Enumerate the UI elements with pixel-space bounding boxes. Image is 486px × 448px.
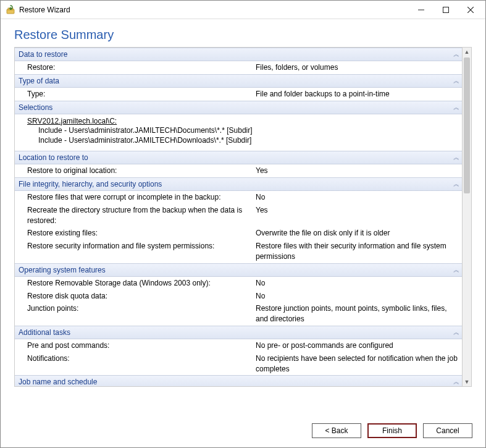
section-header-additional[interactable]: Additional tasks ︽ <box>15 326 462 339</box>
cancel-button[interactable]: Cancel <box>423 423 472 438</box>
section-title: Data to restore <box>19 50 67 59</box>
row-value: No pre- or post-commands are configured <box>256 340 458 351</box>
section-title: Selections <box>19 103 52 112</box>
summary-row: Notifications: No recipients have been s… <box>15 352 462 376</box>
row-value: Overwrite the file on disk only if it is… <box>256 228 458 239</box>
row-label: Restore disk quota data: <box>27 291 256 302</box>
section-header-job[interactable]: Job name and schedule ︽ <box>15 375 462 387</box>
back-button[interactable]: < Back <box>312 423 361 438</box>
scroll-down-arrow[interactable]: ▼ <box>463 378 471 386</box>
summary-row: Restore files that were corrupt or incom… <box>15 191 462 204</box>
summary-content: Data to restore ︽ Restore: Files, folder… <box>14 47 462 387</box>
section-header-location[interactable]: Location to restore to ︽ <box>15 151 462 164</box>
summary-row: Restore security information and file sy… <box>15 240 462 263</box>
wizard-button-row: < Back Finish Cancel <box>312 423 472 438</box>
row-label: Restore: <box>27 62 256 73</box>
row-value: Files, folders, or volumes <box>256 62 458 73</box>
collapse-icon: ︽ <box>453 103 457 112</box>
collapse-icon: ︽ <box>453 50 457 59</box>
collapse-icon: ︽ <box>453 378 457 386</box>
summary-row: Pre and post commands: No pre- or post-c… <box>15 339 462 352</box>
summary-row: Recreate the directory structure from th… <box>15 204 462 227</box>
row-label: Notifications: <box>27 353 256 374</box>
row-label: Restore Removable Storage data (Windows … <box>27 278 256 289</box>
section-header-selections[interactable]: Selections ︽ <box>15 101 462 114</box>
row-label: Type: <box>27 89 256 99</box>
window-title: Restore Wizard <box>19 6 409 14</box>
row-value: No <box>256 278 458 289</box>
scroll-thumb[interactable] <box>464 57 470 193</box>
row-value: No <box>256 192 458 203</box>
summary-row: Restore disk quota data: No <box>15 290 462 303</box>
section-title: File integrity, hierarchy, and security … <box>19 180 162 188</box>
row-label: Restore security information and file sy… <box>27 241 256 262</box>
collapse-icon: ︽ <box>453 328 457 337</box>
row-label: Pre and post commands: <box>27 340 256 351</box>
section-title: Operating system features <box>19 266 106 274</box>
selection-host: SRV2012.jamiltech.local\C: <box>27 117 458 125</box>
row-label: Restore files that were corrupt or incom… <box>27 192 256 203</box>
svg-rect-3 <box>443 7 449 12</box>
section-title: Type of data <box>19 77 59 85</box>
row-value: Restore junction points, mount points, s… <box>256 303 458 324</box>
section-title: Additional tasks <box>19 328 70 337</box>
minimize-button[interactable] <box>409 1 434 19</box>
app-icon <box>6 5 15 15</box>
vertical-scrollbar[interactable]: ▲ ▼ <box>462 47 472 387</box>
row-label: Recreate the directory structure from th… <box>27 205 256 226</box>
finish-button[interactable]: Finish <box>367 423 417 438</box>
scroll-up-arrow[interactable]: ▲ <box>463 48 471 56</box>
close-button[interactable] <box>458 1 483 19</box>
summary-row: Junction points: Restore junction points… <box>15 302 462 326</box>
row-value: Restore files with their security inform… <box>256 241 458 262</box>
summary-row: Restore existing files: Overwrite the fi… <box>15 227 462 240</box>
window-controls <box>409 1 483 19</box>
summary-row: Restore to original location: Yes <box>15 164 462 177</box>
title-bar: Restore Wizard <box>1 1 485 19</box>
row-value: No <box>256 291 458 302</box>
row-label: Restore existing files: <box>27 228 256 239</box>
row-label: Junction points: <box>27 303 256 324</box>
selections-block: SRV2012.jamiltech.local\C: Include - Use… <box>15 114 462 151</box>
summary-row: Restore Removable Storage data (Windows … <box>15 277 462 290</box>
summary-row: Type: File and folder backups to a point… <box>15 88 462 101</box>
row-value: File and folder backups to a point-in-ti… <box>256 89 458 99</box>
row-value: Yes <box>256 205 458 226</box>
section-header-os-features[interactable]: Operating system features ︽ <box>15 263 462 277</box>
section-header-type-of-data[interactable]: Type of data ︽ <box>15 74 462 88</box>
selection-include-line: Include - Users\administrator.JAMILTECH\… <box>27 135 458 146</box>
collapse-icon: ︽ <box>453 77 457 85</box>
selection-include-line: Include - Users\administrator.JAMILTECH\… <box>27 125 458 136</box>
section-header-data-to-restore[interactable]: Data to restore ︽ <box>15 48 462 61</box>
row-value: Yes <box>256 166 458 176</box>
summary-row: Restore: Files, folders, or volumes <box>15 61 462 74</box>
section-title: Location to restore to <box>19 153 88 162</box>
section-title: Job name and schedule <box>19 378 97 386</box>
page-title: Restore Summary <box>1 19 485 47</box>
row-value: No recipients have been selected for not… <box>256 353 458 374</box>
row-label: Restore to original location: <box>27 166 256 176</box>
collapse-icon: ︽ <box>453 153 457 162</box>
section-header-integrity[interactable]: File integrity, hierarchy, and security … <box>15 177 462 191</box>
maximize-button[interactable] <box>434 1 458 19</box>
collapse-icon: ︽ <box>453 266 457 274</box>
collapse-icon: ︽ <box>453 180 457 188</box>
